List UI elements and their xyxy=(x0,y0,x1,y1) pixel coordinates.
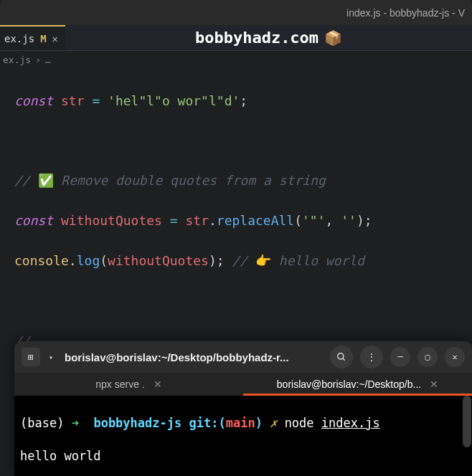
terminal-tabs: npx serve . ✕ borislav@borislav:~/Deskto… xyxy=(14,373,472,396)
window-title-bar: index.js - bobbyhadz-js - V xyxy=(0,0,472,25)
close-button[interactable]: ✕ xyxy=(445,347,465,367)
terminal-tab-1[interactable]: npx serve . ✕ xyxy=(14,373,243,396)
breadcrumb[interactable]: ex.js › … xyxy=(0,51,472,68)
search-icon[interactable] xyxy=(330,346,353,368)
window-title: index.js - bobbyhadz-js - V xyxy=(346,7,465,19)
tab-modified-indicator: M xyxy=(40,33,46,44)
terminal-body[interactable]: (base) ➜ bobbyhadz-js git:(main) ✗ node … xyxy=(14,396,472,476)
terminal-window: ⊞ ▾ borislav@borislav:~/Desktop/bobbyhad… xyxy=(14,341,472,476)
close-icon[interactable]: ✕ xyxy=(154,379,162,390)
code-line: console.log(withoutQuotes); // 👉️ hello … xyxy=(14,251,458,271)
breadcrumb-more: … xyxy=(45,54,51,65)
cube-icon: 📦 xyxy=(324,29,342,47)
code-line: const str = 'hel"l"o wor"l"d'; xyxy=(14,91,458,111)
terminal-tab-label: npx serve . xyxy=(95,379,144,390)
code-line: const withoutQuotes = str.replaceAll('"'… xyxy=(14,211,458,231)
terminal-tab-label: borislav@borislav:~/Desktop/b... xyxy=(277,379,421,390)
close-icon[interactable]: ✕ xyxy=(52,33,58,44)
code-line xyxy=(14,131,458,151)
menu-icon[interactable]: ⋮ xyxy=(360,346,383,368)
chevron-right-icon: › xyxy=(35,54,41,65)
terminal-tab-2[interactable]: borislav@borislav:~/Desktop/b... ✕ xyxy=(243,373,472,396)
code-line xyxy=(14,291,458,311)
editor-tab-strip: ex.js M ✕ bobbyhadz.com 📦 xyxy=(0,25,472,51)
scrollbar[interactable] xyxy=(463,396,471,447)
terminal-title: borislav@borislav:~/Desktop/bobbyhadz-r.… xyxy=(65,351,323,363)
terminal-line: (base) ➜ bobbyhadz-js git:(main) ✗ node … xyxy=(20,415,466,432)
banner-text: bobbyhadz.com xyxy=(195,29,318,47)
terminal-titlebar: ⊞ ▾ borislav@borislav:~/Desktop/bobbyhad… xyxy=(14,341,472,373)
new-tab-button[interactable]: ⊞ xyxy=(22,348,40,366)
maximize-button[interactable]: ▢ xyxy=(417,347,438,367)
close-icon[interactable]: ✕ xyxy=(430,379,438,390)
new-tab-dropdown[interactable]: ▾ xyxy=(44,348,57,366)
terminal-new-tab-group: ⊞ ▾ xyxy=(22,348,57,366)
tab-filename: ex.js xyxy=(4,33,34,44)
breadcrumb-file: ex.js xyxy=(3,54,31,65)
banner: bobbyhadz.com 📦 xyxy=(65,25,472,50)
svg-line-1 xyxy=(343,358,345,361)
svg-point-0 xyxy=(338,353,344,359)
code-line: // ✅ Remove double quotes from a string xyxy=(14,171,458,191)
editor-tab[interactable]: ex.js M ✕ xyxy=(0,25,65,50)
minimize-button[interactable]: ─ xyxy=(390,347,410,367)
terminal-line: hello world xyxy=(20,448,466,465)
